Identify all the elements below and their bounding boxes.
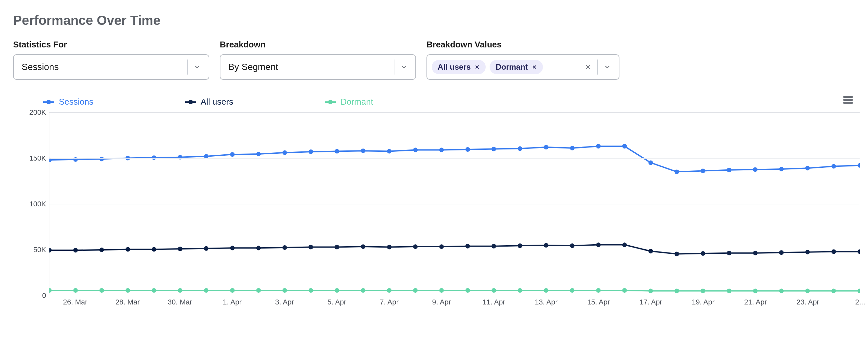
data-point[interactable] (727, 251, 731, 255)
data-point[interactable] (335, 288, 339, 293)
data-point[interactable] (492, 147, 496, 151)
data-point[interactable] (308, 245, 313, 249)
data-point[interactable] (73, 157, 78, 162)
legend-item-dormant[interactable]: Dormant (325, 97, 373, 107)
data-point[interactable] (674, 170, 679, 174)
data-point[interactable] (596, 243, 601, 247)
data-point[interactable] (518, 243, 522, 248)
data-point[interactable] (492, 244, 496, 248)
data-point[interactable] (596, 144, 601, 149)
data-point[interactable] (805, 166, 810, 171)
statistics-for-select[interactable]: Sessions (13, 54, 209, 80)
legend-item-sessions[interactable]: Sessions (43, 97, 94, 107)
data-point[interactable] (439, 288, 444, 293)
data-point[interactable] (649, 289, 653, 293)
data-point[interactable] (701, 169, 705, 173)
data-point[interactable] (465, 288, 470, 293)
data-point[interactable] (178, 288, 183, 293)
data-point[interactable] (439, 244, 444, 249)
data-point[interactable] (282, 245, 287, 250)
data-point[interactable] (465, 244, 470, 248)
chart-menu-icon[interactable] (841, 93, 855, 107)
data-point[interactable] (126, 288, 130, 293)
data-point[interactable] (387, 288, 392, 293)
data-point[interactable] (544, 243, 549, 247)
data-point[interactable] (596, 288, 601, 293)
data-point[interactable] (858, 163, 860, 168)
chevron-down-icon[interactable] (194, 63, 201, 71)
data-point[interactable] (387, 245, 392, 249)
data-point[interactable] (701, 251, 705, 256)
data-point[interactable] (308, 288, 313, 293)
data-point[interactable] (779, 250, 784, 255)
data-point[interactable] (361, 244, 365, 249)
data-point[interactable] (674, 289, 679, 293)
data-point[interactable] (779, 289, 784, 293)
data-point[interactable] (178, 247, 183, 251)
data-point[interactable] (570, 243, 575, 248)
data-point[interactable] (649, 160, 653, 165)
data-point[interactable] (230, 152, 235, 157)
data-point[interactable] (99, 157, 104, 161)
data-point[interactable] (99, 288, 104, 293)
data-point[interactable] (805, 250, 810, 254)
data-point[interactable] (204, 288, 209, 293)
data-point[interactable] (50, 288, 52, 293)
data-point[interactable] (622, 243, 627, 247)
data-point[interactable] (50, 248, 52, 252)
data-point[interactable] (335, 245, 339, 249)
data-point[interactable] (518, 146, 522, 151)
data-point[interactable] (779, 167, 784, 171)
data-point[interactable] (308, 149, 313, 154)
data-point[interactable] (73, 248, 78, 252)
data-point[interactable] (282, 288, 287, 293)
data-point[interactable] (570, 288, 575, 293)
data-point[interactable] (622, 144, 627, 149)
data-point[interactable] (831, 164, 836, 169)
data-point[interactable] (387, 149, 392, 154)
data-point[interactable] (674, 251, 679, 256)
data-point[interactable] (256, 152, 261, 156)
data-point[interactable] (152, 247, 156, 252)
data-point[interactable] (335, 149, 339, 154)
data-point[interactable] (805, 289, 810, 293)
data-point[interactable] (465, 147, 470, 152)
data-point[interactable] (361, 149, 365, 153)
data-point[interactable] (622, 288, 627, 293)
data-point[interactable] (413, 148, 417, 152)
data-point[interactable] (439, 148, 444, 152)
chip-remove-icon[interactable] (474, 64, 480, 70)
data-point[interactable] (178, 155, 183, 159)
data-point[interactable] (570, 146, 575, 150)
breakdown-values-select[interactable]: All users Dormant (427, 54, 619, 80)
data-point[interactable] (230, 288, 235, 293)
legend-item-all-users[interactable]: All users (185, 97, 234, 107)
data-point[interactable] (126, 247, 130, 252)
data-point[interactable] (73, 288, 78, 293)
data-point[interactable] (753, 289, 757, 293)
data-point[interactable] (831, 289, 836, 293)
data-point[interactable] (701, 289, 705, 293)
data-point[interactable] (727, 168, 731, 172)
data-point[interactable] (544, 145, 549, 149)
data-point[interactable] (152, 288, 156, 293)
clear-all-icon[interactable] (585, 64, 591, 70)
data-point[interactable] (204, 154, 209, 159)
data-point[interactable] (727, 289, 731, 293)
breakdown-select[interactable]: By Segment (220, 54, 416, 80)
data-point[interactable] (753, 251, 757, 255)
data-point[interactable] (518, 288, 522, 293)
data-point[interactable] (361, 288, 365, 293)
chevron-down-icon[interactable] (400, 63, 407, 71)
data-point[interactable] (413, 244, 417, 249)
data-point[interactable] (413, 288, 417, 293)
data-point[interactable] (544, 288, 549, 293)
data-point[interactable] (282, 150, 287, 155)
data-point[interactable] (152, 155, 156, 160)
chevron-down-icon[interactable] (604, 63, 611, 71)
chart-plot-area[interactable]: 050K100K150K200K (49, 112, 860, 295)
chip-remove-icon[interactable] (532, 64, 537, 70)
data-point[interactable] (492, 288, 496, 293)
data-point[interactable] (858, 289, 860, 293)
data-point[interactable] (256, 288, 261, 293)
